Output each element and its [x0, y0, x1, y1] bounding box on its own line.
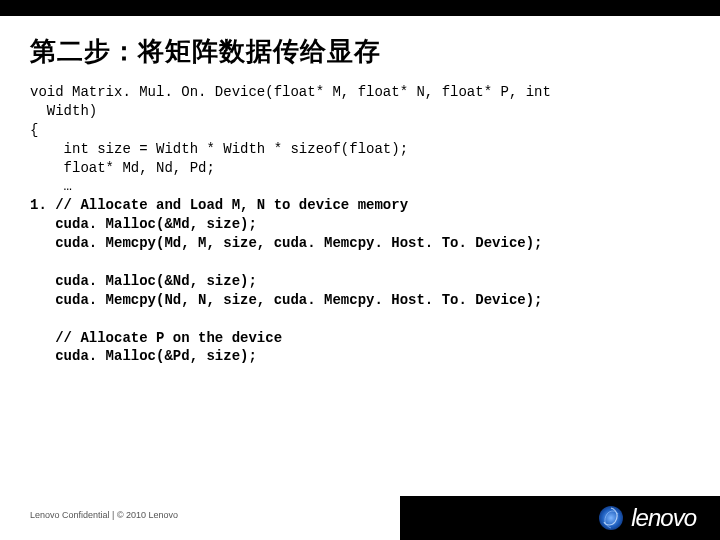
footer-black-bar: lenovo	[400, 496, 720, 540]
code-line: cuda. Malloc(&Md, size);	[30, 216, 257, 232]
confidential-text: Lenovo Confidential | © 2010 Lenovo	[30, 510, 178, 520]
code-block: void Matrix. Mul. On. Device(float* M, f…	[0, 83, 720, 366]
code-line: cuda. Memcpy(Nd, N, size, cuda. Memcpy. …	[30, 292, 542, 308]
lenovo-swirl-icon	[597, 504, 625, 532]
slide: 第二步：将矩阵数据传给显存 void Matrix. Mul. On. Devi…	[0, 0, 720, 540]
code-line: void Matrix. Mul. On. Device(float* M, f…	[30, 84, 551, 100]
top-black-bar	[0, 0, 720, 16]
code-line: cuda. Memcpy(Md, M, size, cuda. Memcpy. …	[30, 235, 542, 251]
code-line: {	[30, 122, 38, 138]
footer: Lenovo Confidential | © 2010 Lenovo	[0, 496, 720, 540]
svg-point-0	[599, 506, 623, 530]
code-line: float* Md, Nd, Pd;	[30, 160, 215, 176]
code-line: // Allocate P on the device	[30, 330, 282, 346]
code-line: …	[30, 178, 72, 194]
slide-title: 第二步：将矩阵数据传给显存	[0, 16, 720, 83]
code-line: cuda. Malloc(&Nd, size);	[30, 273, 257, 289]
lenovo-logo: lenovo	[597, 504, 696, 532]
code-line: cuda. Malloc(&Pd, size);	[30, 348, 257, 364]
code-line: int size = Width * Width * sizeof(float)…	[30, 141, 408, 157]
lenovo-wordmark: lenovo	[631, 504, 696, 532]
code-line: Width)	[30, 103, 97, 119]
code-line: 1. // Allocate and Load M, N to device m…	[30, 197, 408, 213]
